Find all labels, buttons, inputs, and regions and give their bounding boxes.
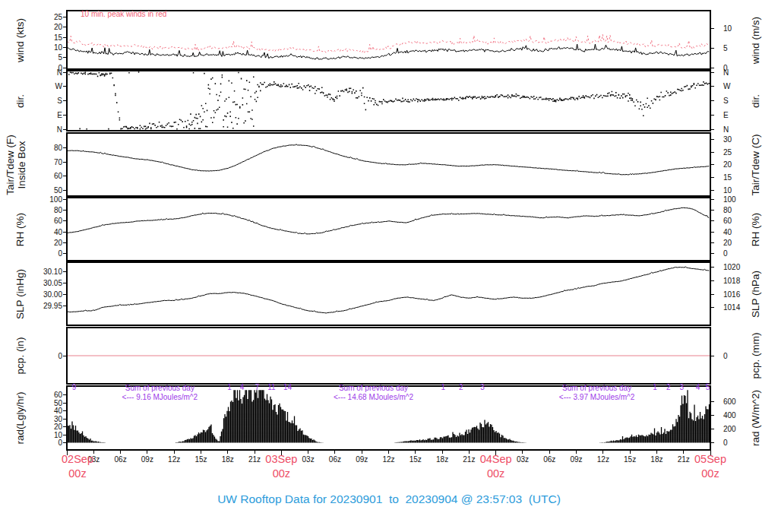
chart-canvas xyxy=(0,0,778,532)
y-tick-label-temp: 25 xyxy=(723,148,732,157)
weather-multipanel-plot: 10 min. peak winds in red Sum of previou… xyxy=(0,0,778,532)
axis-title-rh-left: RH (%) xyxy=(14,212,26,245)
x-tick-label: 21z xyxy=(678,455,690,464)
y-tick-label-dir: S xyxy=(723,97,729,105)
x-tick-label: 06z xyxy=(115,455,127,464)
x-tick-label: 18z xyxy=(222,455,234,464)
x-tick-label: 03z xyxy=(517,455,529,464)
y-tick-label-dir: N xyxy=(30,68,62,77)
y-tick-label-rad: 600 xyxy=(723,397,736,406)
y-tick-label-dir: N xyxy=(723,68,729,77)
y-tick-label-slp: 29.95 xyxy=(30,302,62,310)
y-tick-label-dir: W xyxy=(723,82,730,90)
axis-title-temp-left: Tair/Tdew (F) Inside Box xyxy=(5,135,27,195)
rad-sum-line2: <--- 3.97 MJoules/m^2 xyxy=(559,393,634,401)
y-tick-label-rad: 400 xyxy=(723,411,736,420)
axis-title-rad-left: rad(Lgly/hr) xyxy=(14,391,26,444)
rad-mjoule-marker: 1 xyxy=(653,383,657,391)
series-tair_f xyxy=(68,144,709,175)
x-tick-label: 06z xyxy=(543,455,555,464)
y-tick-label-rad: 60 xyxy=(30,391,62,399)
y-tick-label-rad: 50 xyxy=(30,399,62,407)
x-tick-label: 21z xyxy=(248,455,261,464)
series-rh_pct xyxy=(68,207,709,234)
x-hour-label: 00z xyxy=(701,467,719,480)
rad-mjoule-marker: 9 xyxy=(72,383,77,391)
y-tick-label-rad: 40 xyxy=(30,407,62,415)
series-wind-direction-scatter xyxy=(68,72,710,129)
y-tick-label-temp: 50 xyxy=(30,186,62,195)
y-tick-label-rh: 80 xyxy=(723,206,732,214)
y-tick-label-rh: 60 xyxy=(30,217,62,225)
x-tick-label: 12z xyxy=(382,455,394,464)
y-tick-label-temp: 10 xyxy=(723,186,732,195)
rad-mjoule-marker: 4 xyxy=(240,383,245,391)
x-hour-label: 00z xyxy=(68,467,86,480)
rad-mjoule-marker: 1 xyxy=(227,383,232,391)
y-tick-label-wind: 10 xyxy=(30,43,62,52)
x-tick-label: 15z xyxy=(410,455,422,464)
x-tick-label: 06z xyxy=(329,455,341,464)
y-tick-label-rh: 100 xyxy=(30,195,62,204)
axis-title-slp-left: SLP (inHg) xyxy=(14,269,26,319)
y-tick-label-wind: 20 xyxy=(30,23,62,31)
y-tick-label-wind: 5 xyxy=(723,44,728,52)
x-tick-label: 18z xyxy=(650,455,663,464)
rad-sum-annotation: Sum of previous day<--- 9.16 MJoules/m^2 xyxy=(122,384,198,401)
y-tick-label-wind: 10 xyxy=(723,24,732,33)
axis-title-pcp-left: pcp. (in) xyxy=(14,337,26,375)
rad-sum-line1: Sum of previous day xyxy=(125,384,194,392)
rad-sum-annotation: Sum of previous day<--- 14.68 MJoules/m^… xyxy=(334,384,413,401)
panel-border-wind xyxy=(67,11,710,69)
x-tick-label: 18z xyxy=(436,455,448,464)
rad-mjoule-marker: 1 xyxy=(441,383,445,391)
axis-title-rh-right: RH (%) xyxy=(750,212,761,245)
y-tick-label-rh: 80 xyxy=(30,206,62,214)
y-tick-label-temp: 15 xyxy=(723,173,732,182)
y-tick-label-rh: 40 xyxy=(30,228,62,236)
y-tick-label-wind: 15 xyxy=(30,33,62,42)
rad-mjoule-marker: 14 xyxy=(283,383,292,391)
x-tick-label: 12z xyxy=(168,455,180,464)
rad-sum-annotation: Sum of previous day<--- 3.97 MJoules/m^2 xyxy=(559,384,634,401)
y-tick-label-dir: S xyxy=(30,97,62,105)
x-date-label: 04Sep xyxy=(480,453,512,465)
axis-title-wind-right: wind (m/s) xyxy=(750,16,761,63)
y-tick-label-wind: 25 xyxy=(30,13,62,21)
y-tick-label-rh: 100 xyxy=(723,195,736,204)
rad-mjoule-marker: 4 xyxy=(696,383,701,391)
y-tick-label-dir: N xyxy=(30,125,62,134)
y-tick-label-slp: 30.10 xyxy=(30,268,62,276)
panel-border-rh xyxy=(67,198,710,261)
y-tick-label-dir: E xyxy=(723,111,729,119)
y-tick-label-rad: 30 xyxy=(30,415,62,423)
y-tick-label-rh: 20 xyxy=(30,239,62,247)
y-tick-label-rh: 20 xyxy=(723,239,732,247)
series-wind_peak_10min_kts xyxy=(68,34,709,52)
panel-border-slp xyxy=(67,262,710,325)
x-hour-label: 00z xyxy=(487,467,504,480)
y-tick-label-slp: 1014 xyxy=(723,303,740,312)
axis-title-dir-right: dir. xyxy=(750,93,761,107)
rad-mjoule-marker: 11 xyxy=(267,383,275,391)
y-tick-label-slp: 30.00 xyxy=(30,290,62,299)
rad-mjoule-marker: 7 xyxy=(255,383,260,391)
y-tick-label-temp: 80 xyxy=(30,144,62,152)
y-tick-label-dir: N xyxy=(723,125,729,134)
x-tick-label: 12z xyxy=(597,455,609,464)
y-tick-label-wind: 5 xyxy=(30,53,62,62)
rad-mjoule-marker: 2 xyxy=(666,383,671,391)
y-tick-label-rad: 20 xyxy=(30,423,62,431)
rad-mjoule-marker: 2 xyxy=(459,383,463,391)
rad-sum-line1: Sum of previous day xyxy=(339,384,408,392)
y-tick-label-temp: 60 xyxy=(30,172,62,180)
y-tick-label-rad: 200 xyxy=(723,425,736,433)
rad-mjoule-marker: 5 xyxy=(706,383,710,391)
axis-title-temp-right: Tair/Tdew (C) xyxy=(750,134,761,195)
y-tick-label-rad: 0 xyxy=(723,439,728,447)
y-tick-label-pcp: 0 xyxy=(723,352,728,360)
rad-mjoule-marker: 3 xyxy=(680,383,685,391)
y-tick-label-rh: 60 xyxy=(723,217,732,225)
y-tick-label-pcp: 0 xyxy=(30,352,62,360)
rad-sum-line2: <--- 14.68 MJoules/m^2 xyxy=(334,393,413,401)
